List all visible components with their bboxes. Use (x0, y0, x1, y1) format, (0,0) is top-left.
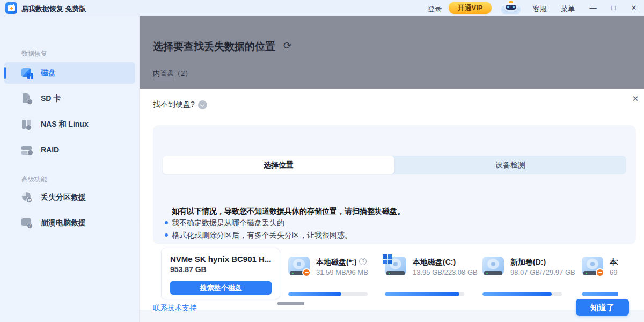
disk-name: NVMe SK hynix BC901 H... (170, 254, 273, 264)
tab-device-detection[interactable]: 设备检测 (394, 156, 626, 174)
partition-usage: 13.95 GB/223.08 GB (413, 268, 478, 276)
dim-overlay (140, 16, 644, 89)
raid-icon (20, 144, 34, 157)
mascot-eye-shape (507, 6, 509, 8)
assistant-mascot-icon[interactable] (500, 1, 522, 16)
sidebar-item-raid[interactable]: RAID (4, 140, 135, 161)
titlebar: 易我数据恢复 免费版 登录 开通VIP 客服 菜单 — □ ✕ (0, 0, 644, 16)
no-letter-badge-icon (596, 268, 604, 277)
horizontal-scrollbar-thumb[interactable] (277, 302, 304, 305)
panel-close-icon[interactable]: ✕ (630, 93, 641, 105)
sidebar-item-label: SD 卡 (41, 94, 61, 104)
footer-strip (140, 310, 644, 322)
got-it-button[interactable]: 知道了 (576, 299, 629, 316)
app-logo-icon (5, 2, 17, 14)
sidebar-item-label: 丢失分区救援 (41, 193, 86, 202)
whole-disk-card[interactable]: NVMe SK hynix BC901 H... 953.87 GB 搜索整个磁… (161, 248, 280, 299)
mascot-eye-shape (513, 6, 515, 8)
partition-card-star[interactable]: 本地磁盘(*:)? 31.59 MB/96 MB (287, 248, 378, 299)
sidebar-section-data-recovery: 数据恢复 (21, 49, 47, 58)
helper-content-panel: 选择位置 设备检测 如有以下情况，导致您不知道数据具体的存储位置，请扫描整块磁盘… (153, 125, 636, 244)
hard-drive-icon (582, 257, 604, 278)
usage-bar (288, 292, 368, 296)
partition-name: 新加卷(D:) (510, 258, 546, 267)
disk-cards-strip: NVMe SK hynix BC901 H... 953.87 GB 搜索整个磁… (153, 244, 618, 301)
partition-usage: 31.59 MB/96 MB (316, 268, 368, 276)
disk-size: 953.87 GB (170, 265, 207, 274)
scan-advice-intro: 如有以下情况，导致您不知道数据具体的存储位置，请扫描整块磁盘。 (172, 207, 405, 216)
partition-usage: 98.07 GB/729.97 GB (510, 268, 575, 276)
cant-find-disk-panel: 找不到硬盘? ✕ 选择位置 设备检测 如有以下情况，导致您不知道数据具体的存储位… (140, 89, 644, 322)
sidebar-section-advanced: 高级功能 (21, 175, 47, 184)
no-letter-badge-icon (302, 268, 311, 277)
sidebar-item-lost-partition-rescue[interactable]: ⇄ 丢失分区救援 (4, 187, 135, 208)
help-icon[interactable]: ? (359, 258, 367, 265)
partition-card-d[interactable]: 新加卷(D:) 98.07 GB/729.97 GB (481, 248, 573, 299)
sidebar-item-nas-linux[interactable]: NAS 和 Linux (4, 114, 135, 135)
nas-server-icon (20, 118, 34, 131)
partition-usage: 69. (610, 268, 618, 276)
app-window: 易我数据恢复 免费版 登录 开通VIP 客服 菜单 — □ ✕ 数据恢复 磁盘 (0, 0, 644, 322)
partition-name: 本地磁盘(C:) (413, 258, 456, 267)
cant-find-disk-label: 找不到硬盘? (153, 100, 195, 109)
sd-card-icon (20, 92, 34, 105)
partition-name: 本地 (610, 258, 618, 267)
sidebar-item-disk[interactable]: 磁盘 (4, 62, 135, 84)
scan-advice-bullet: 我不确定数据是从哪个磁盘丢失的 (172, 218, 284, 228)
sidebar-item-label: RAID (41, 145, 59, 154)
app-title: 易我数据恢复 免费版 (21, 4, 86, 14)
usage-bar (385, 292, 464, 296)
tab-select-location[interactable]: 选择位置 (163, 156, 394, 174)
crashed-pc-icon: ! (20, 217, 34, 230)
sidebar-item-sd-card[interactable]: SD 卡 (4, 88, 135, 109)
minimize-button[interactable]: — (585, 0, 601, 16)
sidebar: 数据恢复 磁盘 SD 卡 NAS 和 Linux RAID (0, 16, 140, 322)
lost-partition-icon: ⇄ (20, 191, 34, 204)
vip-upgrade-button[interactable]: 开通VIP (449, 2, 492, 14)
menu-button[interactable]: 菜单 (561, 4, 575, 14)
login-button[interactable]: 登录 (428, 4, 442, 14)
usage-bar (582, 292, 618, 296)
close-window-button[interactable]: ✕ (626, 0, 642, 16)
partition-name: 本地磁盘(*:)? (316, 258, 367, 267)
hard-drive-icon (288, 257, 311, 278)
hard-drive-icon (385, 257, 407, 278)
hard-drive-icon (482, 257, 505, 278)
helper-tabbar: 选择位置 设备检测 (163, 156, 626, 174)
sidebar-item-label: 崩溃电脑救援 (41, 218, 86, 228)
scan-whole-disk-button[interactable]: 搜索整个磁盘 (170, 281, 272, 295)
sidebar-item-label: NAS 和 Linux (41, 120, 89, 129)
usage-bar (482, 292, 562, 296)
disk-icon (20, 67, 34, 79)
active-accent-bar (4, 67, 6, 79)
windows-logo-badge-icon (383, 254, 392, 264)
main-header-dimmed: 选择要查找丢失数据的位置 ⟳ 内置盘（2） (140, 16, 644, 89)
partition-card-c[interactable]: 本地磁盘(C:) 13.95 GB/223.08 GB (384, 248, 475, 299)
sidebar-item-label: 磁盘 (41, 68, 56, 78)
logo-plus-shape (10, 7, 12, 9)
mascot-tuft-shape (509, 1, 513, 3)
chevron-down-icon[interactable] (198, 100, 207, 109)
customer-service-button[interactable]: 客服 (533, 4, 547, 14)
partition-card-clipped[interactable]: 本地 69. (581, 248, 618, 299)
sidebar-item-crashed-pc-rescue[interactable]: ! 崩溃电脑救援 (4, 213, 135, 234)
scan-advice-bullet: 格式化或删除分区后，有多个丢失分区，让我很困惑。 (172, 231, 352, 240)
contact-support-link[interactable]: 联系技术支持 (153, 303, 196, 313)
maximize-button[interactable]: □ (605, 0, 621, 16)
